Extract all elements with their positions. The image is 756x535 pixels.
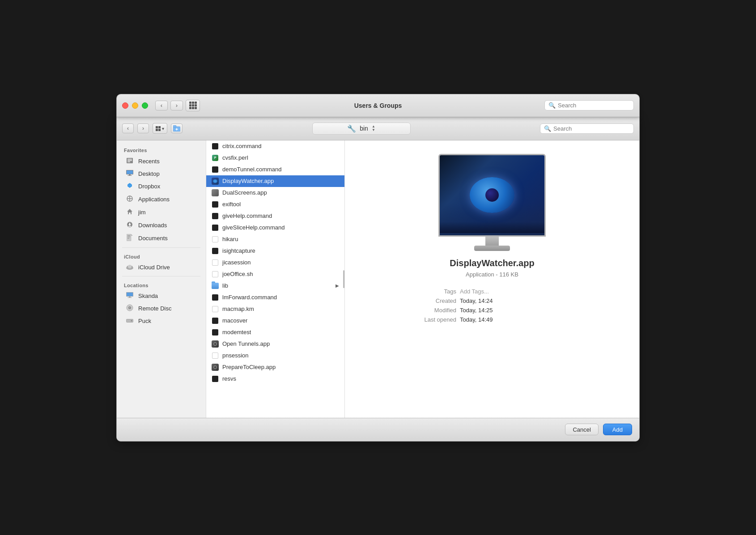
- svg-rect-24: [127, 237, 130, 237]
- svg-rect-33: [129, 297, 131, 297]
- search-icon: 🔍: [544, 125, 551, 132]
- file-icon: [212, 329, 219, 336]
- svg-rect-23: [127, 235, 130, 236]
- grid-view-button[interactable]: [186, 100, 200, 111]
- file-item-lib[interactable]: lib ▶: [206, 280, 344, 292]
- sidebar-item-desktop[interactable]: Desktop: [119, 168, 204, 180]
- icloud-section-label: iCloud: [117, 251, 206, 261]
- sidebar-item-jim-label: jim: [138, 209, 146, 216]
- file-item-lmforward[interactable]: lmForward.command: [206, 292, 344, 303]
- dropbox-icon: [126, 182, 134, 191]
- svg-rect-11: [127, 175, 132, 176]
- file-dialog: ‹ › ▾ 🔧 bin: [116, 117, 640, 442]
- toolbar-forward-button[interactable]: ›: [137, 123, 149, 133]
- sidebar-item-puck[interactable]: Puck: [119, 315, 204, 327]
- monitor-screen: [440, 155, 544, 235]
- file-item-givehelp[interactable]: giveHelp.command: [206, 210, 344, 222]
- location-dropdown[interactable]: 🔧 bin ▲ ▼: [312, 123, 411, 135]
- location-bar: 🔧 bin ▲ ▼: [186, 123, 536, 135]
- file-icon: [212, 189, 219, 196]
- file-item-preparetosleep[interactable]: PrepareToCleep.app: [206, 361, 344, 373]
- svg-rect-5: [127, 159, 132, 160]
- svg-rect-34: [127, 297, 132, 298]
- file-icon: [212, 317, 219, 324]
- desktop-icon: [126, 170, 134, 178]
- toolbar-back-button[interactable]: ‹: [122, 123, 134, 133]
- view-selector[interactable]: ▾: [153, 123, 167, 134]
- close-button[interactable]: [122, 102, 128, 109]
- file-item-jicasession[interactable]: jicasession: [206, 257, 344, 268]
- sidebar-item-puck-label: Puck: [138, 318, 151, 324]
- sidebar-item-downloads[interactable]: Downloads: [119, 219, 204, 232]
- file-icon: [212, 178, 219, 185]
- file-item-resvs[interactable]: resvs: [206, 373, 344, 385]
- new-folder-button[interactable]: [171, 123, 183, 133]
- file-item-opentunnels[interactable]: Open Tunnels.app: [206, 338, 344, 350]
- svg-rect-25: [127, 238, 129, 238]
- sidebar-item-applications[interactable]: Applications: [119, 193, 204, 206]
- last-opened-label: Last opened: [412, 316, 456, 323]
- location-icon: 🔧: [347, 124, 356, 133]
- sidebar-item-dropbox[interactable]: Dropbox: [119, 180, 204, 193]
- search-bar[interactable]: 🔍: [540, 123, 634, 134]
- file-item-displaywatcher[interactable]: DisplayWatcher.app: [206, 175, 344, 187]
- file-icon: [212, 294, 219, 301]
- zoom-button[interactable]: [142, 102, 148, 109]
- file-icon: [212, 201, 219, 208]
- title-bar: ‹ › Users & Groups 🔍: [116, 94, 640, 117]
- file-icon: [212, 166, 219, 173]
- traffic-lights: [122, 102, 148, 109]
- sidebar-item-downloads-label: Downloads: [138, 222, 167, 229]
- file-item-hikaru[interactable]: hikaru: [206, 234, 344, 245]
- title-bar-search[interactable]: 🔍: [544, 100, 634, 110]
- view-chevron: ▾: [162, 126, 164, 131]
- search-input[interactable]: [553, 125, 630, 132]
- sidebar-item-skanda[interactable]: Skanda: [119, 290, 204, 302]
- svg-rect-9: [127, 170, 133, 174]
- file-item-dualscreens[interactable]: DualScreens.app: [206, 187, 344, 199]
- file-item-isightcapture[interactable]: isightcapture: [206, 245, 344, 257]
- scroll-indicator: [343, 270, 344, 288]
- svg-point-30: [128, 265, 132, 268]
- file-item-giveslicehelp[interactable]: giveSliceHelp.command: [206, 222, 344, 234]
- tags-value[interactable]: Add Tags...: [460, 288, 489, 295]
- bottom-bar: Cancel Add: [117, 418, 639, 441]
- monitor-stand: [485, 237, 499, 246]
- file-item-macosver[interactable]: macosver: [206, 315, 344, 327]
- file-item-demotunnel[interactable]: demoTunnel.command: [206, 164, 344, 175]
- documents-icon: [126, 234, 134, 243]
- minimize-button[interactable]: [132, 102, 138, 109]
- file-item-joeoffice[interactable]: joeOffice.sh: [206, 268, 344, 280]
- preview-filename: DisplayWatcher.app: [450, 258, 534, 268]
- svg-marker-18: [127, 209, 132, 214]
- svg-rect-7: [127, 161, 130, 162]
- forward-button[interactable]: ›: [170, 101, 183, 110]
- sidebar-item-desktop-label: Desktop: [138, 170, 160, 177]
- sidebar-item-jim[interactable]: jim: [119, 206, 204, 219]
- modified-value: Today, 14:25: [460, 307, 493, 314]
- file-item-modemtest[interactable]: modemtest: [206, 327, 344, 338]
- preview-pane: DisplayWatcher.app Application - 116 KB …: [345, 140, 639, 418]
- file-item-citrix[interactable]: citrix.command: [206, 140, 344, 152]
- file-item-cvsfix[interactable]: P cvsfix.perl: [206, 152, 344, 164]
- tags-row: Tags Add Tags...: [412, 287, 573, 296]
- view-icon: [156, 126, 161, 131]
- tags-label: Tags: [412, 288, 456, 295]
- sidebar-item-documents[interactable]: Documents: [119, 232, 204, 245]
- file-icon: [212, 224, 219, 231]
- title-bar-search-input[interactable]: [558, 102, 630, 109]
- locations-section-label: Locations: [117, 279, 206, 290]
- cancel-button[interactable]: Cancel: [565, 424, 598, 435]
- file-item-pnsession[interactable]: pnsession: [206, 350, 344, 361]
- back-button[interactable]: ‹: [155, 101, 168, 110]
- sidebar-item-recents[interactable]: Recents: [119, 155, 204, 168]
- file-item-exiftool[interactable]: exiftool: [206, 199, 344, 210]
- file-item-macmap[interactable]: macmap.km: [206, 303, 344, 315]
- add-button[interactable]: Add: [603, 424, 632, 435]
- file-icon: [212, 236, 219, 243]
- sidebar-item-remote-disc[interactable]: Remote Disc: [119, 302, 204, 315]
- created-row: Created Today, 14:24: [412, 296, 573, 306]
- computer-icon: [126, 292, 134, 300]
- file-icon: [212, 306, 219, 313]
- sidebar-item-icloud-drive[interactable]: iCloud Drive: [119, 262, 204, 273]
